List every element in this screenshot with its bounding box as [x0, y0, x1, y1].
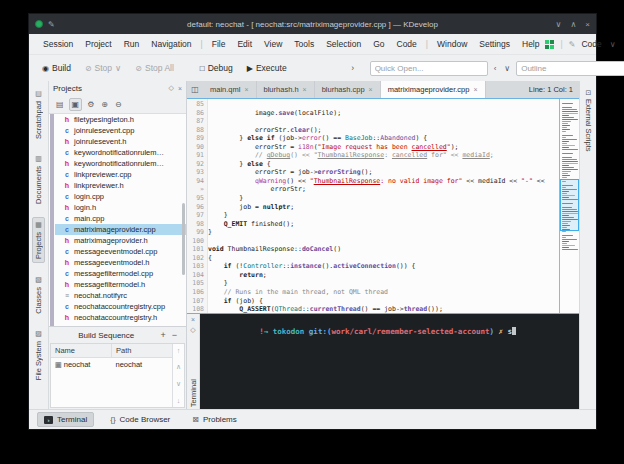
close-panel-icon[interactable]: ×: [178, 85, 182, 92]
tab-main.qml[interactable]: main.qml×: [203, 81, 257, 98]
menu-item-edit[interactable]: Edit: [231, 37, 258, 51]
tree-item[interactable]: hkeywordnotificationrulem…: [55, 158, 186, 169]
menu-item-file[interactable]: File: [206, 37, 232, 51]
close-button[interactable]: ×: [585, 20, 590, 29]
document-view-icon[interactable]: ▣: [69, 98, 83, 111]
close-tab-icon[interactable]: ×: [369, 86, 373, 93]
tree-item[interactable]: cmain.cpp: [55, 213, 186, 224]
float-terminal-icon[interactable]: ◇: [190, 326, 195, 334]
close-tab-icon[interactable]: ×: [244, 86, 248, 93]
close-tab-icon[interactable]: ×: [473, 86, 477, 93]
tree-item[interactable]: hmessageeventmodel.h: [55, 257, 186, 268]
menu-item-session[interactable]: Session: [37, 37, 79, 51]
toolview-button-code-browser[interactable]: {}Code Browser: [104, 413, 176, 426]
tree-item[interactable]: cmessageeventmodel.cpp: [55, 246, 186, 257]
menu-item-navigation[interactable]: Navigation: [145, 37, 197, 51]
tree-item[interactable]: clogin.cpp: [55, 191, 186, 202]
toolview-button-problems[interactable]: ⊠Problems: [186, 413, 243, 426]
sidebar-item-file-system[interactable]: File System▨: [33, 327, 44, 383]
sidebar-item-scratchpad[interactable]: Scratchpad▤: [33, 87, 44, 142]
menu-item-code[interactable]: Code: [391, 37, 423, 51]
tree-scrollbar[interactable]: [182, 203, 185, 275]
outline-input[interactable]: [516, 61, 624, 76]
tree-item[interactable]: hlogin.h: [55, 202, 186, 213]
menu-item-help[interactable]: Help: [516, 37, 545, 51]
tree-item[interactable]: hfiletypesingleton.h: [55, 114, 186, 125]
tab-blurhash.cpp[interactable]: blurhash.cpp×: [315, 81, 381, 98]
sidebar-item-projects[interactable]: Projects▦: [32, 217, 45, 263]
tree-item[interactable]: cjoinrulesevent.cpp: [55, 125, 186, 136]
main-area: Scratchpad▤Documents▥Projects▦Classes▧Fi…: [29, 81, 596, 409]
sidebar-item-documents[interactable]: Documents▥: [33, 152, 44, 207]
move-bottom-icon[interactable]: ↓: [177, 397, 181, 404]
code-line: if (job) {: [208, 297, 559, 306]
tree-item[interactable]: kneochatconfig.kcfg: [55, 323, 186, 326]
close-terminal-icon[interactable]: ×: [191, 316, 195, 323]
tree-item[interactable]: hmessagefiltermodel.h: [55, 279, 186, 290]
gear-icon[interactable]: ⚙: [85, 99, 96, 110]
project-file-tree[interactable]: hfiletypesingleton.hcjoinrulesevent.cpph…: [49, 113, 186, 326]
tree-item[interactable]: cmessagefiltermodel.cpp: [55, 268, 186, 279]
line-number: 105: [187, 279, 204, 288]
menu-item-selection[interactable]: Selection: [320, 37, 367, 51]
close-tab-icon[interactable]: ×: [303, 86, 307, 93]
prev-button[interactable]: ‹: [492, 64, 499, 73]
tab-matriximageprovider.cpp[interactable]: matriximageprovider.cpp×: [381, 81, 486, 98]
zoom-out-icon[interactable]: ⊖: [113, 99, 124, 110]
debug-button[interactable]: □ Debug: [195, 60, 238, 76]
add-build-item-button[interactable]: +: [157, 330, 168, 340]
minimize-button[interactable]: ∨: [556, 20, 562, 29]
sidebar-item-label: Classes: [34, 287, 43, 314]
sidebar-item-external-scripts[interactable]: ⊡ External Scripts: [583, 87, 594, 154]
code-editor[interactable]: 85868788899091929394»9596979899100101102…: [187, 98, 579, 313]
quick-open-input[interactable]: [370, 61, 488, 76]
code-text[interactable]: image.save(localFile); errorStr.clear();…: [208, 99, 559, 313]
menu-item-project[interactable]: Project: [79, 37, 117, 51]
tree-item[interactable]: hmatriximageprovider.h: [55, 235, 186, 246]
tree-item[interactable]: ≡neochat.notifyrc: [55, 290, 186, 301]
code-mode-button[interactable]: Code: [581, 39, 601, 49]
maximize-button[interactable]: ∧: [570, 20, 576, 29]
move-up-icon[interactable]: ∧: [176, 363, 181, 371]
chevron-down-icon[interactable]: ∨: [608, 40, 618, 49]
zoom-in-icon[interactable]: ⊕: [99, 99, 110, 110]
toolview-button-terminal[interactable]: ›Terminal: [37, 412, 94, 427]
move-down-icon[interactable]: ∨: [176, 380, 181, 388]
split-view-icon[interactable]: ◫: [187, 81, 203, 98]
float-panel-icon[interactable]: ◇: [169, 84, 174, 92]
move-top-icon[interactable]: ↑: [177, 347, 181, 354]
tab-blurhash.h[interactable]: blurhash.h×: [257, 81, 315, 98]
tree-item[interactable]: hjoinrulesevent.h: [55, 136, 186, 147]
minimap-viewport[interactable]: [560, 179, 579, 231]
remove-build-item-button[interactable]: −: [169, 330, 180, 340]
file-type-icon: h: [63, 116, 71, 123]
tree-item[interactable]: cneochataccountregistry.cpp: [55, 301, 186, 312]
table-row[interactable]: ▣ neochat neochat: [51, 358, 172, 371]
execute-button[interactable]: ▶ Execute: [242, 60, 292, 76]
minimap-scrollbar[interactable]: [559, 99, 579, 313]
tree-item[interactable]: ckeywordnotificationrulem…: [55, 147, 186, 158]
sidebar-item-classes[interactable]: Classes▧: [33, 273, 44, 317]
tree-item[interactable]: cmatriximageprovider.cpp: [55, 224, 186, 235]
titlebar[interactable]: ✎ default: neochat - [ neochat:src/matri…: [29, 14, 596, 34]
line-number: 92: [187, 160, 204, 169]
line-number: »: [187, 185, 204, 194]
terminal-output[interactable]: !→ tokodon git:(work/carl/remember-selec…: [200, 314, 579, 409]
menu-item-run[interactable]: Run: [118, 37, 146, 51]
toolbar-overflow-icon[interactable]: ›: [340, 63, 366, 73]
tree-item[interactable]: hlinkpreviewer.h: [55, 180, 186, 191]
build-button[interactable]: ◉ Build: [37, 60, 76, 76]
menu-item-go[interactable]: Go: [367, 37, 390, 51]
chevron-down-icon[interactable]: ∨: [502, 64, 512, 73]
code-line: [208, 117, 559, 126]
session-grid-icon[interactable]: [545, 40, 554, 49]
menu-item-window[interactable]: Window: [431, 37, 473, 51]
tree-item[interactable]: clinkpreviewer.cpp: [55, 169, 186, 180]
menu-item-settings[interactable]: Settings: [473, 37, 516, 51]
menu-item-view[interactable]: View: [258, 37, 288, 51]
menu-item-tools[interactable]: Tools: [288, 37, 320, 51]
new-file-icon[interactable]: ▤: [54, 99, 66, 110]
tree-item[interactable]: hneochataccountregistry.h: [55, 312, 186, 323]
stop-all-button[interactable]: ⊘ Stop All: [130, 60, 179, 76]
stop-button[interactable]: ⊘ Stop ∨: [80, 60, 126, 76]
